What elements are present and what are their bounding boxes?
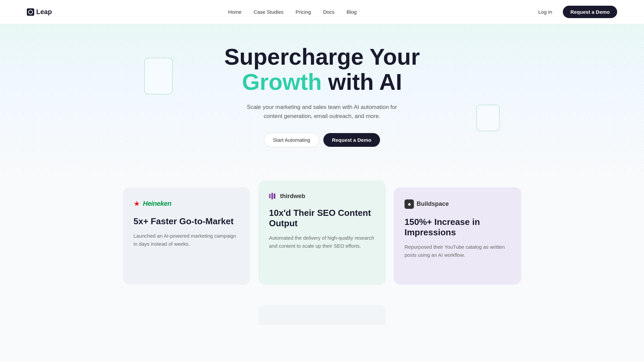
heineken-star-icon: ★ xyxy=(133,199,140,208)
card-bottom-partial xyxy=(258,305,386,325)
hero-title-line1: Supercharge Your xyxy=(224,44,420,69)
thirdweb-bar-3 xyxy=(274,193,275,199)
card-thirdweb-body: Automated the delivery of high-quality r… xyxy=(269,234,375,250)
nav-link-home[interactable]: Home xyxy=(228,9,241,15)
thirdweb-bar-2 xyxy=(271,193,273,199)
heineken-logo-text: Heineken xyxy=(143,200,171,207)
card-buildspace-headline: 150%+ Increase in Impressions xyxy=(405,217,511,238)
nav-link-pricing[interactable]: Pricing xyxy=(296,9,311,15)
nav-link-docs[interactable]: Docs xyxy=(323,9,334,15)
buildspace-icon xyxy=(405,199,414,209)
login-button[interactable]: Log In xyxy=(533,6,558,17)
card-thirdweb-headline: 10x'd Their SEO Content Output xyxy=(269,208,375,229)
nav-link-blog[interactable]: Blog xyxy=(346,9,357,15)
card-heineken-headline: 5x+ Faster Go-to-Market xyxy=(133,216,239,227)
hero-subtitle: Scale your marketing and sales team with… xyxy=(238,103,406,121)
hero-section: Supercharge Your Growth with AI Scale yo… xyxy=(0,24,644,174)
decorative-box-left xyxy=(144,58,173,95)
card-heineken-body: Launched an AI-powered marketing campaig… xyxy=(133,232,239,248)
thirdweb-bar-1 xyxy=(269,194,271,198)
thirdweb-icon xyxy=(269,193,275,199)
request-demo-button-hero[interactable]: Request a Demo xyxy=(323,133,380,147)
nav-links: HomeCase StudiesPricingDocsBlog xyxy=(228,9,357,15)
card-buildspace-body: Repurposed their YouTube catalog as writ… xyxy=(405,243,511,259)
nav-right: Log In Request a Demo xyxy=(533,6,617,18)
cards-section: ★ Heineken 5x+ Faster Go-to-Market Launc… xyxy=(0,174,644,305)
request-demo-button-nav[interactable]: Request a Demo xyxy=(563,6,617,18)
hero-content: Supercharge Your Growth with AI Scale yo… xyxy=(224,44,420,147)
nav-link-case-studies[interactable]: Case Studies xyxy=(254,9,283,15)
card-thirdweb: thirdweb 10x'd Their SEO Content Output … xyxy=(258,181,386,285)
card-logo-thirdweb: thirdweb xyxy=(269,193,375,200)
start-automating-button[interactable]: Start Automating xyxy=(264,133,319,147)
hero-title: Supercharge Your Growth with AI xyxy=(224,44,420,95)
buildspace-logo-text: Buildspace xyxy=(417,200,449,207)
cards-bottom-row xyxy=(0,305,644,331)
card-buildspace: Buildspace 150%+ Increase in Impressions… xyxy=(394,187,521,285)
decorative-box-right xyxy=(476,105,500,131)
logo-icon xyxy=(27,8,34,16)
hero-title-rest: with AI xyxy=(322,69,402,95)
card-logo-buildspace: Buildspace xyxy=(405,199,511,209)
hero-title-green: Growth xyxy=(242,69,322,95)
hero-buttons: Start Automating Request a Demo xyxy=(224,133,420,147)
card-heineken: ★ Heineken 5x+ Faster Go-to-Market Launc… xyxy=(123,187,250,285)
logo-text: Leap xyxy=(36,8,52,16)
navbar: Leap HomeCase StudiesPricingDocsBlog Log… xyxy=(0,0,644,24)
card-logo-heineken: ★ Heineken xyxy=(133,199,239,208)
thirdweb-logo-text: thirdweb xyxy=(280,193,305,200)
logo[interactable]: Leap xyxy=(27,8,52,16)
